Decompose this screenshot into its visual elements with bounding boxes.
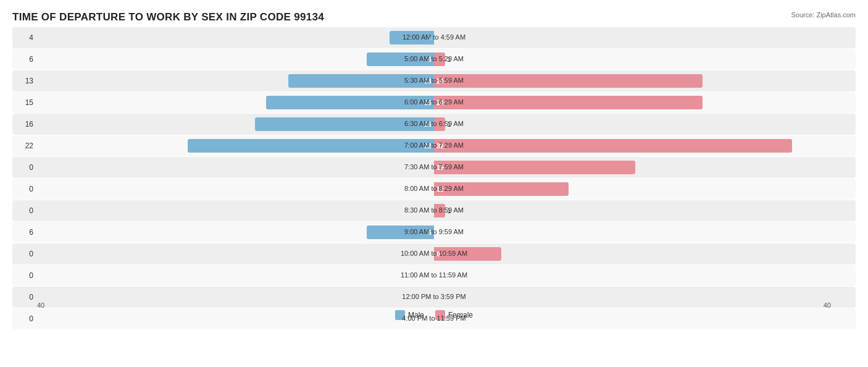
time-label: 9:00 AM to 9:59 AM bbox=[404, 228, 464, 236]
table-row: 0 11:00 AM to 11:59 AM bbox=[12, 265, 856, 286]
male-value: 6 bbox=[12, 228, 37, 237]
time-label: 12:00 AM to 4:59 AM bbox=[403, 33, 465, 41]
bars-area: 6 5:00 AM to 5:29 AM 1 bbox=[37, 49, 831, 70]
axis-labels: 40 40 bbox=[37, 302, 831, 309]
male-value: 4 bbox=[12, 33, 37, 42]
time-label: 10:00 AM to 10:59 AM bbox=[401, 250, 467, 258]
bars-area: 13 5:30 AM to 5:59 AM 24 bbox=[37, 70, 831, 91]
male-value: 0 bbox=[12, 250, 37, 258]
table-row: 22 22 7:00 AM to 7:29 AM 32 bbox=[12, 135, 856, 156]
male-value: 0 bbox=[12, 185, 37, 193]
chart-title: TIME OF DEPARTURE TO WORK BY SEX IN ZIP … bbox=[12, 11, 856, 23]
male-value: 6 bbox=[12, 55, 37, 64]
bars-area: 6 9:00 AM to 9:59 AM bbox=[37, 222, 831, 243]
male-value: 16 bbox=[12, 120, 37, 129]
time-label: 4:00 PM to 11:59 PM bbox=[402, 314, 465, 323]
male-value: 0 bbox=[12, 206, 37, 215]
time-label: 11:00 AM to 11:59 AM bbox=[401, 271, 467, 279]
bars-area: 16 6:30 AM to 6:59 AM 1 bbox=[37, 114, 831, 135]
female-bar: 18 bbox=[434, 161, 635, 174]
rows-container: 4 4 12:00 AM to 4:59 AM bbox=[12, 27, 856, 299]
table-row: 15 15 6:00 AM to 6:29 AM 24 bbox=[12, 92, 856, 113]
female-bar: 24 bbox=[434, 96, 703, 109]
time-label: 5:30 AM to 5:59 AM bbox=[404, 77, 464, 85]
table-row: 0 8:30 AM to 8:59 AM 1 bbox=[12, 200, 856, 221]
bars-area: 11:00 AM to 11:59 AM bbox=[37, 265, 831, 286]
table-row: 13 13 5:30 AM to 5:59 AM 24 bbox=[12, 70, 856, 91]
bars-area: 10:00 AM to 10:59 AM 6 bbox=[37, 243, 831, 264]
male-value: 22 bbox=[12, 141, 37, 150]
time-label: 6:30 AM to 6:59 AM bbox=[404, 120, 464, 128]
bars-area: 4 12:00 AM to 4:59 AM bbox=[37, 27, 831, 48]
female-bar: 24 bbox=[434, 74, 703, 88]
male-value: 0 bbox=[12, 314, 37, 323]
bars-area: 7:30 AM to 7:59 AM 18 bbox=[37, 157, 831, 178]
bars-area: 15 6:00 AM to 6:29 AM 24 bbox=[37, 92, 831, 113]
male-value: 0 bbox=[12, 163, 37, 172]
table-row: 6 6 9:00 AM to 9:59 AM bbox=[12, 222, 856, 243]
table-row: 0 7:30 AM to 7:59 AM 18 bbox=[12, 157, 856, 178]
time-label: 5:00 AM to 5:29 AM bbox=[404, 55, 464, 63]
table-row: 16 16 6:30 AM to 6:59 AM 1 bbox=[12, 114, 856, 135]
time-label: 8:30 AM to 8:59 AM bbox=[404, 206, 464, 214]
table-row: 4 4 12:00 AM to 4:59 AM bbox=[12, 27, 856, 48]
time-label: 8:00 AM to 8:29 AM bbox=[404, 185, 464, 193]
male-bar: 22 bbox=[188, 139, 434, 153]
time-label: 6:00 AM to 6:29 AM bbox=[404, 98, 464, 106]
male-value: 13 bbox=[12, 77, 37, 85]
chart-area: 4 4 12:00 AM to 4:59 AM bbox=[12, 27, 856, 321]
time-label: 12:00 PM to 3:59 PM bbox=[402, 293, 465, 301]
bars-area: 8:00 AM to 8:29 AM 12 bbox=[37, 179, 831, 200]
bars-area: 8:30 AM to 8:59 AM 1 bbox=[37, 200, 831, 221]
time-label: 7:00 AM to 7:29 AM bbox=[404, 141, 464, 150]
male-value: 0 bbox=[12, 271, 37, 280]
male-value: 15 bbox=[12, 98, 37, 107]
female-bar: 32 bbox=[434, 139, 792, 153]
time-label: 7:30 AM to 7:59 AM bbox=[404, 163, 464, 171]
table-row: 0 10:00 AM to 10:59 AM 6 bbox=[12, 243, 856, 264]
male-value: 0 bbox=[12, 293, 37, 302]
source-text: Source: ZipAtlas.com bbox=[791, 11, 856, 19]
bars-area: 22 7:00 AM to 7:29 AM 32 bbox=[37, 135, 831, 156]
table-row: 0 8:00 AM to 8:29 AM 12 bbox=[12, 179, 856, 200]
axis-right: 40 bbox=[824, 302, 831, 309]
axis-left: 40 bbox=[37, 302, 44, 309]
chart-container: TIME OF DEPARTURE TO WORK BY SEX IN ZIP … bbox=[0, 0, 868, 367]
table-row: 6 6 5:00 AM to 5:29 AM 1 bbox=[12, 49, 856, 70]
